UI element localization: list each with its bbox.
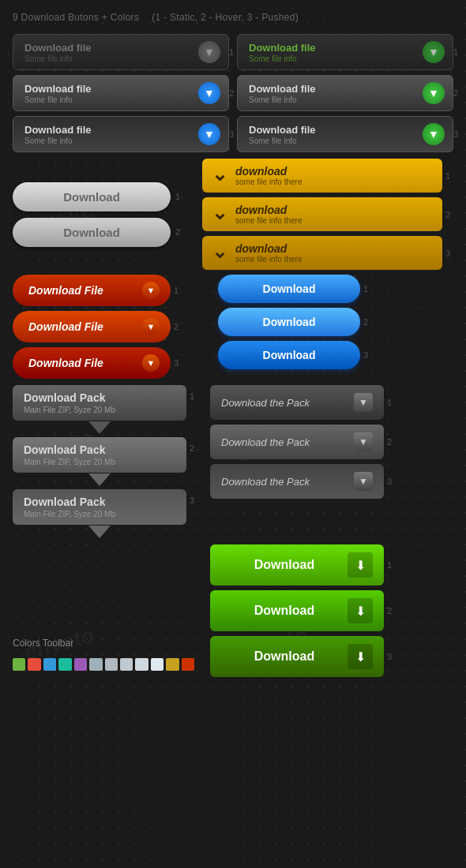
pack-arrow-icon	[88, 473, 111, 486]
blue-btn-2-wrapper: Download 2	[218, 308, 371, 336]
red-btn-label: Download File	[28, 357, 136, 369]
btn-title: Download file	[24, 124, 198, 136]
btn-sub: Some file info	[249, 95, 423, 104]
download-icon: ▼	[423, 123, 445, 145]
pack-title: Download Pack	[24, 443, 175, 456]
btn-text: Download file Some file info	[249, 83, 423, 104]
pack-italic-col: Download the Pack ▼ 1 Download the Pack …	[202, 385, 453, 499]
dark-btn-left-2-wrapper: Download file Some file info ▼ 2	[13, 75, 229, 111]
yw-sub: some file info there	[235, 216, 433, 225]
pack-title: Download Pack	[24, 496, 175, 508]
blue-buttons-col: Download 1 Download 2 Download 3	[202, 275, 453, 369]
download-icon: ▼	[198, 123, 220, 145]
blue-button-3[interactable]: Download	[218, 341, 360, 369]
color-swatch[interactable]	[120, 658, 133, 671]
yellow-btn-1-wrapper: ⌄ download some file info there 1	[202, 159, 453, 193]
gb-label: Download	[221, 604, 348, 618]
pack-italic-btn-1-wrapper: Download the Pack ▼ 1	[210, 385, 395, 420]
download-icon: ▼	[423, 41, 445, 63]
blue-btn-3-wrapper: Download 3	[218, 341, 371, 369]
color-swatch[interactable]	[28, 658, 40, 671]
red-button-3[interactable]: Download File ▼	[13, 347, 171, 379]
red-btn-label: Download File	[28, 284, 136, 297]
pack-sub: Main File ZIP, Syze 20 Mb	[24, 510, 175, 518]
pit-label: Download the Pack	[221, 476, 348, 488]
btn-sub: Some file info	[249, 137, 423, 145]
pack-italic-button-1[interactable]: Download the Pack ▼	[210, 385, 384, 420]
pack-button-2[interactable]: Download Pack Main File ZIP, Syze 20 Mb	[13, 437, 186, 473]
gb-label: Download	[221, 558, 348, 572]
btn-title: Download file	[24, 83, 198, 95]
pack-italic-btn-3-wrapper: Download the Pack ▼ 3	[210, 464, 395, 499]
colors-toolbar-col: Colors Toolbar	[13, 638, 194, 677]
yw-sub: some file info there	[235, 178, 433, 186]
dark-button-left-3[interactable]: Download file Some file info ▼	[13, 116, 229, 152]
btn-title: Download file	[249, 124, 423, 136]
dark-buttons-right: Download file Some file info ▼ 1 Downloa…	[237, 34, 453, 152]
green-btn-3-wrapper: Download ⬇ 3	[210, 636, 395, 677]
yw-text: download some file info there	[235, 165, 433, 186]
color-swatch[interactable]	[135, 658, 148, 671]
btn-text: Download file Some file info	[249, 42, 423, 63]
dark-button-right-2[interactable]: Download file Some file info ▼	[237, 75, 453, 111]
dark-button-left-2[interactable]: Download file Some file info ▼	[13, 75, 229, 111]
color-swatch[interactable]	[182, 658, 194, 671]
color-swatch[interactable]	[89, 658, 102, 671]
color-swatch[interactable]	[166, 658, 179, 671]
btn-sub: Some file info	[249, 54, 423, 63]
red-btn-3-wrapper: Download File ▼ 3	[13, 347, 194, 379]
dark-button-right-3[interactable]: Download file Some file info ▼	[237, 116, 453, 152]
pack-sub: Main File ZIP, Syze 20 Mb	[24, 458, 175, 466]
dropdown-icon: ▼	[354, 432, 373, 451]
green-button-3[interactable]: Download ⬇	[210, 636, 384, 677]
dark-btn-right-2-wrapper: Download file Some file info ▼ 2	[237, 75, 453, 111]
yellow-button-3[interactable]: ⌄ download some file info there	[202, 236, 442, 270]
red-button-1[interactable]: Download File ▼	[13, 275, 171, 306]
green-button-2[interactable]: Download ⬇	[210, 590, 384, 631]
dark-btn-left-3-wrapper: Download file Some file info ▼ 3	[13, 116, 229, 152]
download-icon: ▼	[198, 41, 220, 63]
pack-italic-button-3[interactable]: Download the Pack ▼	[210, 464, 384, 499]
red-button-2[interactable]: Download File ▼	[13, 311, 171, 342]
color-swatch[interactable]	[151, 658, 163, 671]
btn-sub: Some file info	[24, 137, 198, 145]
arrow-icon: ▼	[142, 318, 160, 335]
blue-button-1[interactable]: Download	[218, 275, 360, 303]
blue-button-2[interactable]: Download	[218, 308, 360, 336]
dark-btn-right-1-wrapper: Download file Some file info ▼ 1	[237, 34, 453, 70]
colors-green-section: Colors Toolbar Download ⬇ 1 Download ⬇ 2…	[0, 544, 466, 677]
pill-button-1[interactable]: Download	[13, 182, 171, 211]
green-btn-2-wrapper: Download ⬇ 2	[210, 590, 395, 631]
color-swatch[interactable]	[13, 658, 25, 671]
pack-btn-2-wrapper: Download Pack Main File ZIP, Syze 20 Mb …	[13, 437, 194, 486]
colors-toolbar-label: Colors Toolbar	[13, 638, 194, 649]
color-swatch[interactable]	[105, 658, 118, 671]
btn-text: Download file Some file info	[24, 42, 198, 63]
red-btn-1-wrapper: Download File ▼ 1	[13, 275, 194, 306]
dark-button-right-1[interactable]: Download file Some file info ▼	[237, 34, 453, 70]
green-button-1[interactable]: Download ⬇	[210, 544, 384, 586]
chevron-down-icon: ⌄	[212, 165, 227, 184]
color-swatch[interactable]	[43, 658, 56, 671]
yellow-button-1[interactable]: ⌄ download some file info there	[202, 159, 442, 193]
btn-sub: Some file info	[24, 54, 198, 63]
color-swatch[interactable]	[58, 658, 71, 671]
yw-text: download some file info there	[235, 204, 433, 225]
dark-button-left-1[interactable]: Download file Some file info ▼	[13, 34, 229, 70]
pack-italic-button-2[interactable]: Download the Pack ▼	[210, 425, 384, 459]
pack-sub: Main File ZIP, Syze 20 Mb	[24, 406, 175, 414]
pack-section: Download Pack Main File ZIP, Syze 20 Mb …	[0, 385, 466, 538]
pack-button-3[interactable]: Download Pack Main File ZIP, Syze 20 Mb	[13, 489, 186, 525]
yellow-button-2[interactable]: ⌄ download some file info there	[202, 197, 442, 231]
pack-button-1[interactable]: Download Pack Main File ZIP, Syze 20 Mb	[13, 385, 186, 421]
color-swatch[interactable]	[74, 658, 87, 671]
btn-title: Download file	[24, 42, 198, 54]
pit-label: Download the Pack	[221, 397, 348, 409]
dark-buttons-left: Download file Some file info ▼ 1 Downloa…	[13, 34, 229, 152]
pill-button-2[interactable]: Download	[13, 218, 171, 247]
pack-arrow-icon	[88, 526, 111, 538]
color-swatches	[13, 658, 194, 671]
pack-arrow-icon	[88, 421, 111, 434]
blue-btn-1-wrapper: Download 1	[218, 275, 371, 303]
yw-title: download	[235, 204, 433, 216]
